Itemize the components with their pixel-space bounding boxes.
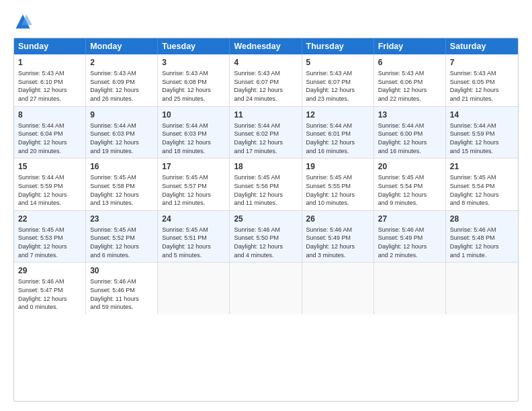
header-day-monday: Monday <box>86 38 158 54</box>
day-info: Sunrise: 5:45 AMSunset: 5:56 PMDaylight:… <box>234 173 297 207</box>
day-info: Sunrise: 5:45 AMSunset: 5:54 PMDaylight:… <box>450 173 514 207</box>
day-info: Sunrise: 5:45 AMSunset: 5:58 PMDaylight:… <box>90 173 153 207</box>
day-info: Sunrise: 5:44 AMSunset: 6:02 PMDaylight:… <box>234 122 297 155</box>
day-info: Sunrise: 5:43 AMSunset: 6:05 PMDaylight:… <box>450 69 514 103</box>
day-number: 8 <box>18 109 81 120</box>
calendar-cell: 24Sunrise: 5:45 AMSunset: 5:51 PMDayligh… <box>158 211 230 263</box>
day-info: Sunrise: 5:44 AMSunset: 5:59 PMDaylight:… <box>18 173 81 207</box>
day-info: Sunrise: 5:43 AMSunset: 6:07 PMDaylight:… <box>306 69 369 103</box>
calendar-cell: 18Sunrise: 5:45 AMSunset: 5:56 PMDayligh… <box>230 158 302 210</box>
calendar-cell: 25Sunrise: 5:46 AMSunset: 5:50 PMDayligh… <box>230 211 302 263</box>
calendar-header: SundayMondayTuesdayWednesdayThursdayFrid… <box>14 38 518 54</box>
day-number: 26 <box>306 214 369 224</box>
day-number: 19 <box>306 161 369 172</box>
day-number: 10 <box>162 109 225 120</box>
day-number: 5 <box>306 57 369 68</box>
day-info: Sunrise: 5:46 AMSunset: 5:50 PMDaylight:… <box>234 226 297 259</box>
day-info: Sunrise: 5:46 AMSunset: 5:49 PMDaylight:… <box>378 226 441 259</box>
day-number: 11 <box>234 109 297 120</box>
day-number: 13 <box>378 109 441 120</box>
day-info: Sunrise: 5:44 AMSunset: 6:00 PMDaylight:… <box>378 122 441 155</box>
calendar-cell <box>158 263 230 314</box>
calendar-row: 15Sunrise: 5:44 AMSunset: 5:59 PMDayligh… <box>14 158 518 211</box>
day-number: 4 <box>234 57 297 68</box>
calendar-row: 8Sunrise: 5:44 AMSunset: 6:04 PMDaylight… <box>14 107 518 159</box>
calendar-cell: 19Sunrise: 5:45 AMSunset: 5:55 PMDayligh… <box>302 158 374 210</box>
calendar-cell <box>302 263 374 314</box>
day-number: 18 <box>234 161 297 172</box>
day-number: 23 <box>90 214 153 224</box>
day-info: Sunrise: 5:45 AMSunset: 5:52 PMDaylight:… <box>90 226 153 259</box>
day-info: Sunrise: 5:44 AMSunset: 6:01 PMDaylight:… <box>306 122 369 155</box>
day-info: Sunrise: 5:43 AMSunset: 6:06 PMDaylight:… <box>378 69 441 103</box>
day-info: Sunrise: 5:46 AMSunset: 5:48 PMDaylight:… <box>450 226 514 259</box>
day-info: Sunrise: 5:45 AMSunset: 5:51 PMDaylight:… <box>162 226 225 259</box>
calendar-cell: 16Sunrise: 5:45 AMSunset: 5:58 PMDayligh… <box>86 158 158 210</box>
day-info: Sunrise: 5:44 AMSunset: 6:03 PMDaylight:… <box>162 122 225 155</box>
header-day-tuesday: Tuesday <box>158 38 230 54</box>
day-info: Sunrise: 5:44 AMSunset: 6:03 PMDaylight:… <box>90 122 153 155</box>
day-number: 22 <box>18 214 81 224</box>
header-day-wednesday: Wednesday <box>230 38 302 54</box>
day-number: 15 <box>18 161 81 172</box>
logo <box>13 12 35 31</box>
header-day-thursday: Thursday <box>302 38 374 54</box>
day-info: Sunrise: 5:43 AMSunset: 6:10 PMDaylight:… <box>18 69 81 103</box>
calendar-cell: 29Sunrise: 5:46 AMSunset: 5:47 PMDayligh… <box>14 263 86 314</box>
calendar-cell: 21Sunrise: 5:45 AMSunset: 5:54 PMDayligh… <box>446 158 518 210</box>
calendar-row: 29Sunrise: 5:46 AMSunset: 5:47 PMDayligh… <box>14 263 518 314</box>
day-number: 16 <box>90 161 153 172</box>
calendar-cell: 13Sunrise: 5:44 AMSunset: 6:00 PMDayligh… <box>374 107 446 158</box>
logo-icon <box>13 12 32 31</box>
calendar: SundayMondayTuesdayWednesdayThursdayFrid… <box>13 38 519 402</box>
calendar-cell: 26Sunrise: 5:46 AMSunset: 5:49 PMDayligh… <box>302 211 374 263</box>
calendar-cell: 8Sunrise: 5:44 AMSunset: 6:04 PMDaylight… <box>14 107 86 158</box>
calendar-cell: 1Sunrise: 5:43 AMSunset: 6:10 PMDaylight… <box>14 54 86 106</box>
day-info: Sunrise: 5:44 AMSunset: 5:59 PMDaylight:… <box>450 122 514 155</box>
day-number: 6 <box>378 57 441 68</box>
calendar-cell <box>230 263 302 314</box>
calendar-cell: 14Sunrise: 5:44 AMSunset: 5:59 PMDayligh… <box>446 107 518 158</box>
calendar-cell: 22Sunrise: 5:45 AMSunset: 5:53 PMDayligh… <box>14 211 86 263</box>
day-number: 2 <box>90 57 153 68</box>
day-info: Sunrise: 5:43 AMSunset: 6:08 PMDaylight:… <box>162 69 225 103</box>
day-number: 27 <box>378 214 441 224</box>
calendar-cell: 17Sunrise: 5:45 AMSunset: 5:57 PMDayligh… <box>158 158 230 210</box>
day-info: Sunrise: 5:45 AMSunset: 5:53 PMDaylight:… <box>18 226 81 259</box>
calendar-cell: 12Sunrise: 5:44 AMSunset: 6:01 PMDayligh… <box>302 107 374 158</box>
calendar-cell: 23Sunrise: 5:45 AMSunset: 5:52 PMDayligh… <box>86 211 158 263</box>
day-info: Sunrise: 5:46 AMSunset: 5:47 PMDaylight:… <box>18 277 81 311</box>
day-number: 28 <box>450 214 514 224</box>
day-info: Sunrise: 5:45 AMSunset: 5:54 PMDaylight:… <box>378 173 441 207</box>
calendar-cell: 5Sunrise: 5:43 AMSunset: 6:07 PMDaylight… <box>302 54 374 106</box>
day-number: 30 <box>90 265 153 276</box>
day-info: Sunrise: 5:43 AMSunset: 6:09 PMDaylight:… <box>90 69 153 103</box>
day-number: 9 <box>90 109 153 120</box>
calendar-cell: 15Sunrise: 5:44 AMSunset: 5:59 PMDayligh… <box>14 158 86 210</box>
day-number: 25 <box>234 214 297 224</box>
day-info: Sunrise: 5:46 AMSunset: 5:49 PMDaylight:… <box>306 226 369 259</box>
calendar-cell <box>374 263 446 314</box>
day-number: 12 <box>306 109 369 120</box>
calendar-cell: 11Sunrise: 5:44 AMSunset: 6:02 PMDayligh… <box>230 107 302 158</box>
day-info: Sunrise: 5:46 AMSunset: 5:46 PMDaylight:… <box>90 277 153 311</box>
calendar-cell: 9Sunrise: 5:44 AMSunset: 6:03 PMDaylight… <box>86 107 158 158</box>
day-number: 1 <box>18 57 81 68</box>
header-day-sunday: Sunday <box>14 38 86 54</box>
calendar-cell <box>446 263 518 314</box>
calendar-body: 1Sunrise: 5:43 AMSunset: 6:10 PMDaylight… <box>14 54 518 314</box>
day-number: 14 <box>450 109 514 120</box>
calendar-cell: 3Sunrise: 5:43 AMSunset: 6:08 PMDaylight… <box>158 54 230 106</box>
calendar-row: 1Sunrise: 5:43 AMSunset: 6:10 PMDaylight… <box>14 54 518 107</box>
header <box>13 12 519 31</box>
day-number: 3 <box>162 57 225 68</box>
calendar-cell: 20Sunrise: 5:45 AMSunset: 5:54 PMDayligh… <box>374 158 446 210</box>
calendar-cell: 6Sunrise: 5:43 AMSunset: 6:06 PMDaylight… <box>374 54 446 106</box>
day-number: 29 <box>18 265 81 276</box>
calendar-cell: 28Sunrise: 5:46 AMSunset: 5:48 PMDayligh… <box>446 211 518 263</box>
calendar-cell: 7Sunrise: 5:43 AMSunset: 6:05 PMDaylight… <box>446 54 518 106</box>
day-info: Sunrise: 5:45 AMSunset: 5:55 PMDaylight:… <box>306 173 369 207</box>
calendar-cell: 10Sunrise: 5:44 AMSunset: 6:03 PMDayligh… <box>158 107 230 158</box>
calendar-cell: 30Sunrise: 5:46 AMSunset: 5:46 PMDayligh… <box>86 263 158 314</box>
page: SundayMondayTuesdayWednesdayThursdayFrid… <box>0 0 532 411</box>
